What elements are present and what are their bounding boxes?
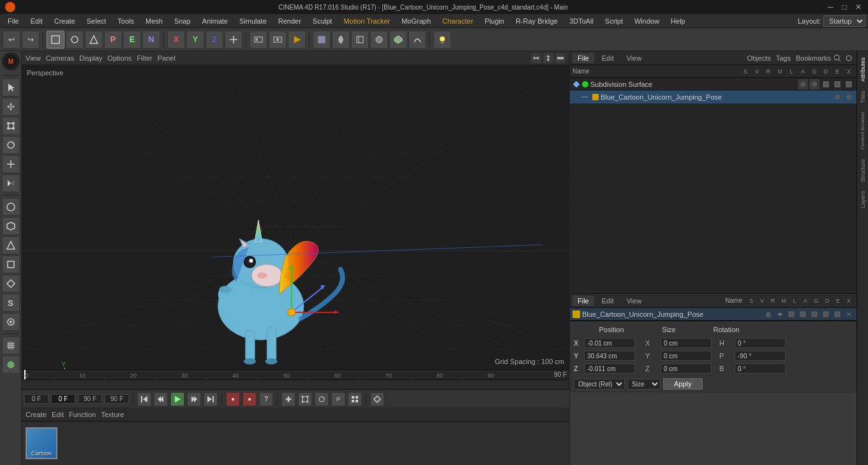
viewport-icon-2[interactable] xyxy=(543,53,553,63)
mat-create-btn[interactable]: Create xyxy=(26,411,47,418)
current-time-field[interactable] xyxy=(51,394,75,404)
coord-x-pos[interactable] xyxy=(584,338,635,348)
coord-size-mode-select[interactable]: Size Scale xyxy=(627,379,661,390)
menu-create[interactable]: Create xyxy=(49,16,80,26)
tab-edit[interactable]: Edit xyxy=(597,53,619,63)
step-back-button[interactable] xyxy=(154,392,168,406)
rtab-structure[interactable]: Structure xyxy=(858,155,867,187)
menu-help[interactable]: Help xyxy=(666,16,691,26)
left-tool-mirror[interactable] xyxy=(2,174,20,192)
viewport-3d[interactable]: X Y Z Perspective Grid Spacing : 100 cm xyxy=(22,65,569,369)
end-time-field[interactable] xyxy=(78,394,102,404)
viewport-display-menu[interactable]: Display xyxy=(79,54,102,62)
search-icon[interactable] xyxy=(832,53,842,63)
left-tool-circle2[interactable] xyxy=(2,313,20,331)
tab-view[interactable]: View xyxy=(622,53,647,63)
menu-snap[interactable]: Snap xyxy=(169,16,196,26)
pen-button[interactable] xyxy=(332,31,350,49)
coord-z-size[interactable] xyxy=(661,363,712,374)
material-swatch-cartoon[interactable]: Cartoon xyxy=(26,427,57,459)
menu-rray[interactable]: R-Ray Bridge xyxy=(511,16,563,26)
menu-window[interactable]: Window xyxy=(629,16,664,26)
object-axis-button[interactable] xyxy=(85,31,103,49)
rtab-attributes[interactable]: Attributes xyxy=(858,54,867,86)
coord-y-size[interactable] xyxy=(661,351,712,361)
menu-sculpt[interactable]: Sculpt xyxy=(308,16,338,26)
menu-simulate[interactable]: Simulate xyxy=(234,16,272,26)
pb-pivot-button[interactable]: P xyxy=(331,392,345,406)
pb-move-button[interactable] xyxy=(281,392,296,406)
left-tool-s[interactable]: S xyxy=(2,294,20,312)
play-button[interactable] xyxy=(170,392,184,406)
mat-function-btn[interactable]: Function xyxy=(69,411,96,418)
menu-edit[interactable]: Edit xyxy=(26,16,48,26)
left-tool-rotate[interactable] xyxy=(2,136,20,154)
edges-mode-button[interactable]: E xyxy=(123,31,141,49)
rtab-content-browser[interactable]: Content Browser xyxy=(858,108,867,154)
left-tool-diamond[interactable] xyxy=(2,275,20,293)
coord-z-pos[interactable] xyxy=(584,363,635,374)
left-tool-rect[interactable] xyxy=(2,255,20,273)
menu-motion-tracker[interactable]: Motion Tracker xyxy=(338,16,395,26)
viewport-filter-menu[interactable]: Filter xyxy=(137,54,152,62)
sub-flag-s[interactable] xyxy=(798,79,808,89)
render-region-button[interactable] xyxy=(269,31,287,49)
apply-button[interactable]: Apply xyxy=(663,378,703,390)
left-tool-move[interactable] xyxy=(2,98,20,116)
step-forward-button[interactable] xyxy=(187,392,201,406)
object-row-subdivision[interactable]: Subdivision Surface xyxy=(570,78,857,91)
left-tool-scale[interactable] xyxy=(2,117,20,135)
coord-h-rot[interactable] xyxy=(735,338,786,348)
y-axis-button[interactable]: Y xyxy=(186,31,204,49)
menu-tools[interactable]: Tools xyxy=(112,16,139,26)
left-tool-hexagon[interactable] xyxy=(2,217,20,235)
bookmarks-tab[interactable]: Bookmarks xyxy=(796,54,831,62)
coord-b-rot[interactable] xyxy=(735,363,786,374)
menu-character[interactable]: Character xyxy=(437,16,478,26)
object-row-unicorn[interactable]: Blue_Cartoon_Unicorn_Jumping_Pose xyxy=(570,91,857,103)
left-tool-weld[interactable] xyxy=(2,356,20,374)
nurbs-button[interactable] xyxy=(370,31,388,49)
layout-dropdown[interactable]: Startup xyxy=(823,15,865,27)
mat-edit-btn[interactable]: Edit xyxy=(52,411,64,418)
menu-render[interactable]: Render xyxy=(273,16,306,26)
spline-button[interactable] xyxy=(351,31,369,49)
coord-x-size[interactable] xyxy=(661,338,712,348)
undo-button[interactable]: ↩ xyxy=(3,31,20,49)
pb-snap-button[interactable] xyxy=(348,392,362,406)
left-tool-select[interactable] xyxy=(2,79,20,96)
viewport-icon-1[interactable] xyxy=(531,53,541,63)
coord-y-pos[interactable] xyxy=(584,351,635,361)
left-tool-circle[interactable] xyxy=(2,198,20,216)
left-tool-triangle[interactable] xyxy=(2,236,20,254)
record-auto-button[interactable]: ● xyxy=(243,392,257,406)
menu-mograph[interactable]: MoGraph xyxy=(396,16,436,26)
tags-tab[interactable]: Tags xyxy=(776,54,791,62)
menu-mesh[interactable]: Mesh xyxy=(140,16,168,26)
timeline-button[interactable] xyxy=(250,31,267,49)
viewport-icon-3[interactable] xyxy=(555,53,565,63)
menu-file[interactable]: File xyxy=(3,16,24,26)
menu-3dtoall[interactable]: 3DToAll xyxy=(564,16,599,26)
sub-flag-v[interactable] xyxy=(809,79,819,89)
uni-flag-v[interactable] xyxy=(844,92,854,102)
goto-start-button[interactable] xyxy=(137,392,151,406)
keyframe-help-button[interactable]: ? xyxy=(259,392,273,406)
polys-mode-button[interactable]: N xyxy=(142,31,160,49)
uni-flag-s[interactable] xyxy=(832,92,842,102)
points-mode-button[interactable]: P xyxy=(104,31,122,49)
z-axis-button[interactable]: Z xyxy=(206,31,223,49)
lamp-button[interactable] xyxy=(433,31,451,49)
tab-objects[interactable]: File xyxy=(572,53,594,63)
left-tool-grid[interactable] xyxy=(2,337,20,354)
pb-keyframe-button[interactable] xyxy=(370,392,384,406)
viewport-panel-menu[interactable]: Panel xyxy=(158,54,176,62)
material-row-unicorn[interactable]: Blue_Cartoon_Unicorn_Jumping_Pose xyxy=(570,308,857,321)
x-axis-button[interactable]: X xyxy=(167,31,185,49)
menu-script[interactable]: Script xyxy=(600,16,628,26)
attr-edit-btn[interactable]: Edit xyxy=(597,296,619,306)
rtab-tites[interactable]: Tites xyxy=(858,87,867,107)
settings-icon[interactable] xyxy=(844,53,854,63)
mat-texture-btn[interactable]: Texture xyxy=(101,411,124,418)
model-mode-button[interactable] xyxy=(47,31,64,49)
